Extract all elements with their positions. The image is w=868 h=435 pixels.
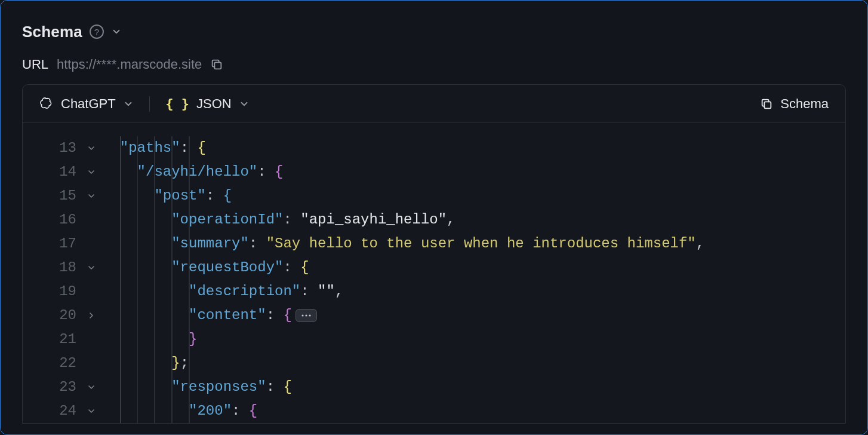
fold-gutter [82, 136, 100, 423]
line-number: 21 [38, 327, 76, 351]
code-line: } [103, 327, 704, 351]
line-number: 15 [38, 184, 76, 208]
fold-toggle-expanded[interactable] [82, 184, 100, 208]
fold-toggle-expanded[interactable] [82, 136, 100, 160]
svg-point-2 [301, 314, 303, 316]
code-line: "requestBody": { [103, 256, 704, 280]
svg-rect-1 [765, 102, 771, 108]
line-number: 13 [38, 136, 76, 160]
copy-icon [760, 97, 773, 111]
chevron-down-icon [239, 99, 250, 109]
code-line: "operationId": "api_sayhi_hello", [103, 208, 704, 232]
vertical-divider [149, 96, 150, 112]
code-content: "paths": { "/sayhi/hello": { "post": { "… [100, 136, 704, 423]
chevron-down-icon[interactable] [111, 26, 122, 37]
line-number: 17 [38, 232, 76, 256]
code-line: "post": { [103, 184, 704, 208]
editor-frame: ChatGPT { } JSON [22, 84, 846, 424]
format-dropdown[interactable]: { } JSON [165, 96, 249, 112]
code-line: "summary": "Say hello to the user when h… [103, 232, 704, 256]
fold-toggle-expanded[interactable] [82, 399, 100, 423]
fold-empty [82, 208, 100, 232]
line-number: 16 [38, 208, 76, 232]
line-number: 24 [38, 399, 76, 423]
url-label: URL [22, 57, 48, 72]
fold-empty [82, 327, 100, 351]
schema-panel: Schema ? URL https://****.marscode.site [0, 0, 868, 435]
code-line: }; [103, 351, 704, 375]
model-dropdown[interactable]: ChatGPT [39, 96, 134, 112]
code-line: "responses": { [103, 375, 704, 399]
code-line: "description": "", [103, 280, 704, 304]
code-editor[interactable]: 131415161718192021222324 "paths": { "/sa… [23, 123, 845, 423]
json-braces-icon: { } [165, 96, 189, 111]
line-number: 18 [38, 256, 76, 280]
fold-toggle-collapsed[interactable] [82, 304, 100, 327]
model-dropdown-label: ChatGPT [61, 96, 116, 112]
line-number-gutter: 131415161718192021222324 [23, 136, 82, 423]
schema-title: Schema [22, 23, 82, 41]
line-number: 22 [38, 351, 76, 375]
url-value: https://****.marscode.site [57, 57, 202, 72]
line-number: 23 [38, 375, 76, 399]
format-dropdown-label: JSON [196, 96, 232, 112]
code-line: "200": { [103, 399, 704, 423]
fold-toggle-expanded[interactable] [82, 160, 100, 184]
fold-toggle-expanded[interactable] [82, 375, 100, 399]
copy-icon[interactable] [210, 58, 223, 71]
fold-empty [82, 232, 100, 256]
svg-point-4 [309, 314, 310, 316]
question-circle-icon[interactable]: ? [90, 24, 104, 39]
code-line: "/sayhi/hello": { [103, 160, 704, 184]
url-row: URL https://****.marscode.site [22, 57, 846, 72]
openai-icon [39, 97, 54, 111]
schema-copy-button[interactable]: Schema [760, 96, 829, 112]
svg-rect-0 [215, 62, 221, 69]
line-number: 19 [38, 280, 76, 304]
line-number: 14 [38, 160, 76, 184]
fold-empty [82, 280, 100, 304]
svg-point-3 [305, 314, 307, 316]
fold-toggle-expanded[interactable] [82, 256, 100, 280]
schema-copy-button-label: Schema [780, 96, 829, 112]
code-line: "paths": { [103, 136, 704, 160]
code-line: "content": { [103, 304, 704, 327]
line-number: 20 [38, 304, 76, 327]
chevron-down-icon [123, 99, 134, 109]
schema-title-row: Schema ? [22, 21, 846, 42]
fold-empty [82, 351, 100, 375]
editor-toolbar: ChatGPT { } JSON [23, 85, 845, 123]
